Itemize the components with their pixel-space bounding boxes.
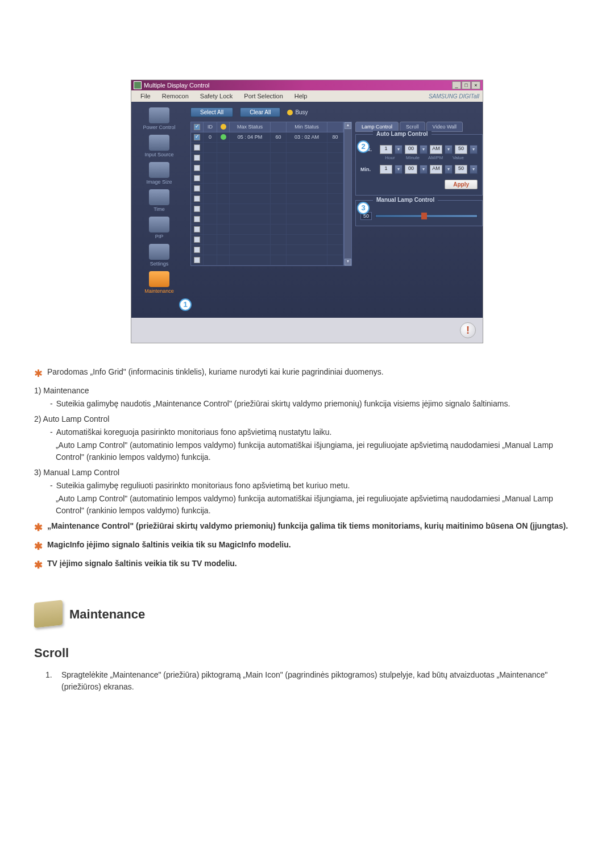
item-3-desc1: Suteikia galimybę reguliuoti pasirinkto … bbox=[56, 480, 350, 492]
manual-lamp-slider[interactable] bbox=[375, 214, 478, 218]
table-row[interactable] bbox=[191, 173, 343, 184]
col-max-status[interactable]: Max Status bbox=[230, 122, 271, 132]
max-minute-dropdown[interactable]: ▾ bbox=[420, 145, 428, 154]
maintenance-section-icon bbox=[34, 600, 63, 628]
min-minute-dropdown[interactable]: ▾ bbox=[420, 165, 428, 174]
maximize-button[interactable]: □ bbox=[462, 81, 471, 89]
tab-video-wall[interactable]: Video Wall bbox=[426, 122, 463, 132]
info-grid: ID Max Status Min Status 0 bbox=[190, 122, 344, 266]
max-value-input[interactable]: 50 bbox=[455, 145, 467, 154]
table-row[interactable] bbox=[191, 214, 343, 225]
item-2-desc2: „Auto Lamp Control" (automatinio lempos … bbox=[56, 439, 580, 463]
auto-lamp-title: Auto Lamp Control bbox=[373, 131, 432, 137]
table-row[interactable] bbox=[191, 235, 343, 245]
sidebar-item-pip[interactable]: PIP bbox=[134, 215, 185, 240]
clear-all-button[interactable]: Clear All bbox=[240, 107, 280, 117]
app-icon bbox=[134, 81, 142, 89]
star-icon: ✱ bbox=[34, 539, 43, 554]
sidebar-item-settings[interactable]: Settings bbox=[134, 243, 185, 268]
max-hour-dropdown[interactable]: ▾ bbox=[395, 145, 403, 154]
scroll-up-button[interactable]: ▲ bbox=[345, 122, 351, 129]
document-content: ✱ Parodomas „Info Grid" (informacinis ti… bbox=[34, 366, 580, 693]
item-3-heading: 3) Manual Lamp Control bbox=[34, 467, 580, 479]
item-2-desc1: Automatiškai koreguoja pasirinkto monito… bbox=[56, 426, 332, 438]
table-row[interactable] bbox=[191, 143, 343, 153]
sidebar-item-input[interactable]: Input Source bbox=[134, 134, 185, 159]
statusbar: ! bbox=[131, 318, 483, 343]
col-min-val[interactable] bbox=[327, 122, 343, 132]
col-checkbox[interactable] bbox=[191, 122, 204, 132]
table-row[interactable] bbox=[191, 225, 343, 235]
select-all-button[interactable]: Select All bbox=[190, 107, 233, 117]
max-ampm-input[interactable]: AM bbox=[430, 145, 442, 154]
col-max-val[interactable] bbox=[271, 122, 287, 132]
menu-safety[interactable]: Safety Lock bbox=[194, 92, 238, 101]
info-icon[interactable]: ! bbox=[460, 322, 476, 338]
col-min-status[interactable]: Min Status bbox=[287, 122, 327, 132]
callout-2: 2 bbox=[357, 140, 370, 153]
sidebar: Power Control Input Source Image Size Ti… bbox=[131, 102, 187, 318]
col-id[interactable]: ID bbox=[204, 122, 217, 132]
intro-text: Parodomas „Info Grid" (informacinis tink… bbox=[47, 366, 384, 381]
table-row[interactable] bbox=[191, 255, 343, 265]
note-2: MagicInfo įėjimo signalo šaltinis veikia… bbox=[47, 539, 291, 554]
max-hour-input[interactable]: 1 bbox=[380, 145, 392, 154]
sidebar-item-power[interactable]: Power Control bbox=[134, 106, 185, 131]
pip-icon bbox=[149, 217, 169, 232]
brand-label: SAMSUNG DIGITall bbox=[429, 93, 479, 99]
max-ampm-dropdown[interactable]: ▾ bbox=[445, 145, 453, 154]
item-2-heading: 2) Auto Lamp Control bbox=[34, 413, 580, 425]
settings-icon bbox=[149, 244, 169, 260]
row-checkbox[interactable] bbox=[194, 134, 200, 140]
min-label: Min. bbox=[360, 167, 377, 172]
table-row[interactable] bbox=[191, 194, 343, 204]
min-hour-input[interactable]: 1 bbox=[380, 165, 392, 174]
scroll-down-button[interactable]: ▼ bbox=[345, 259, 351, 265]
sidebar-item-time[interactable]: Time bbox=[134, 188, 185, 213]
menu-help[interactable]: Help bbox=[289, 92, 313, 101]
time-icon bbox=[149, 189, 169, 205]
item-3-desc2: „Auto Lamp Control" (automatinio lempos … bbox=[56, 493, 580, 517]
table-row[interactable] bbox=[191, 204, 343, 214]
note-1: „Maintenance Control" (priežiūrai skirtų… bbox=[47, 520, 568, 535]
sidebar-item-maintenance[interactable]: Maintenance bbox=[134, 270, 185, 295]
item-1-desc: Suteikia galimybę naudotis „Maintenance … bbox=[56, 398, 511, 410]
table-row[interactable]: 0 05 : 04 PM 60 03 : 02 AM 80 bbox=[191, 132, 343, 143]
sidebar-item-image[interactable]: Image Size bbox=[134, 161, 185, 186]
busy-indicator: Busy bbox=[287, 109, 308, 115]
menubar: File Remocon Safety Lock Port Selection … bbox=[131, 90, 483, 102]
min-ampm-input[interactable]: AM bbox=[430, 165, 442, 174]
subsection-title: Scroll bbox=[34, 643, 580, 662]
minimize-button[interactable]: _ bbox=[452, 81, 461, 89]
max-value-dropdown[interactable]: ▾ bbox=[470, 145, 478, 154]
image-icon bbox=[149, 162, 169, 178]
menu-port[interactable]: Port Selection bbox=[238, 92, 288, 101]
star-icon: ✱ bbox=[34, 366, 43, 381]
busy-icon bbox=[287, 110, 293, 115]
callout-3: 3 bbox=[357, 202, 370, 214]
manual-lamp-title: Manual Lamp Control bbox=[373, 197, 438, 203]
table-row[interactable] bbox=[191, 153, 343, 163]
item-1-heading: 1) Maintenance bbox=[34, 385, 580, 397]
maintenance-icon bbox=[149, 271, 169, 287]
min-minute-input[interactable]: 00 bbox=[405, 165, 417, 174]
min-ampm-dropdown[interactable]: ▾ bbox=[445, 165, 453, 174]
table-row[interactable] bbox=[191, 163, 343, 173]
slider-thumb[interactable] bbox=[421, 213, 427, 219]
manual-lamp-panel: 3 Manual Lamp Control 50 bbox=[355, 200, 483, 226]
menu-file[interactable]: File bbox=[135, 92, 156, 101]
min-value-input[interactable]: 50 bbox=[455, 165, 467, 174]
min-hour-dropdown[interactable]: ▾ bbox=[395, 165, 403, 174]
grid-scrollbar[interactable]: ▲ ▼ bbox=[344, 122, 352, 266]
titlebar: Multiple Display Control _ □ × bbox=[131, 80, 483, 90]
col-power[interactable] bbox=[217, 122, 230, 132]
main-panel: Select All Clear All Busy ID bbox=[187, 102, 486, 318]
menu-remocon[interactable]: Remocon bbox=[156, 92, 194, 101]
table-row[interactable] bbox=[191, 245, 343, 255]
close-button[interactable]: × bbox=[471, 81, 480, 89]
min-value-dropdown[interactable]: ▾ bbox=[470, 165, 478, 174]
auto-lamp-panel: 2 Auto Lamp Control Max. 1 ▾ 00 ▾ AM ▾ bbox=[355, 134, 483, 196]
apply-button[interactable]: Apply bbox=[445, 180, 478, 189]
table-row[interactable] bbox=[191, 184, 343, 194]
max-minute-input[interactable]: 00 bbox=[405, 145, 417, 154]
